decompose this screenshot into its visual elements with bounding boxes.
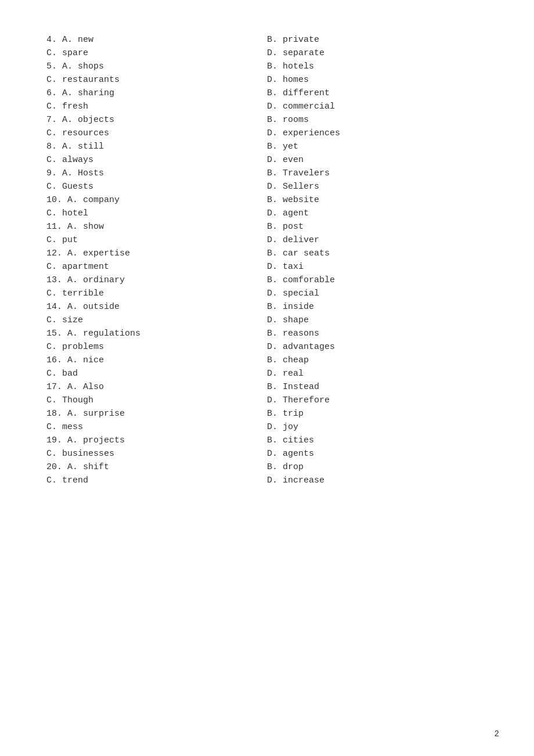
question-row-ab-11: 11. A. showB. post xyxy=(46,222,488,232)
question-row-cd-6: C. freshD. commercial xyxy=(46,102,488,111)
questions-container: 4. A. newB. privateC. spareD. separate5.… xyxy=(46,35,488,485)
question-row-ab-18: 18. A. surpriseB. trip xyxy=(46,409,488,419)
question-block-11: 11. A. showB. postC. putD. deliver xyxy=(46,222,488,245)
option-a-17: 17. A. Also xyxy=(46,382,267,392)
question-row-cd-4: C. spareD. separate xyxy=(46,48,488,58)
option-c-19: C. businesses xyxy=(46,449,267,459)
option-b-4: B. private xyxy=(267,35,488,45)
question-row-cd-5: C. restaurantsD. homes xyxy=(46,75,488,85)
question-row-ab-20: 20. A. shiftB. drop xyxy=(46,462,488,472)
question-block-19: 19. A. projectsB. citiesC. businessesD. … xyxy=(46,435,488,459)
option-a-6: 6. A. sharing xyxy=(46,88,267,98)
option-b-8: B. yet xyxy=(267,142,488,152)
option-b-9: B. Travelers xyxy=(267,168,488,178)
question-row-cd-10: C. hotelD. agent xyxy=(46,208,488,218)
question-row-ab-16: 16. A. niceB. cheap xyxy=(46,355,488,365)
option-c-10: C. hotel xyxy=(46,208,267,218)
question-row-ab-8: 8. A. stillB. yet xyxy=(46,142,488,152)
option-a-20: 20. A. shift xyxy=(46,462,267,472)
option-a-10: 10. A. company xyxy=(46,195,267,205)
question-row-cd-20: C. trendD. increase xyxy=(46,476,488,485)
option-b-11: B. post xyxy=(267,222,488,232)
question-row-cd-16: C. badD. real xyxy=(46,369,488,379)
option-c-6: C. fresh xyxy=(46,102,267,111)
option-a-16: 16. A. nice xyxy=(46,355,267,365)
option-d-12: D. taxi xyxy=(267,262,488,272)
question-block-16: 16. A. niceB. cheapC. badD. real xyxy=(46,355,488,379)
question-row-cd-18: C. messD. joy xyxy=(46,422,488,432)
question-block-10: 10. A. companyB. websiteC. hotelD. agent xyxy=(46,195,488,218)
question-block-17: 17. A. AlsoB. InsteadC. ThoughD. Therefo… xyxy=(46,382,488,405)
option-c-16: C. bad xyxy=(46,369,267,379)
option-b-14: B. inside xyxy=(267,302,488,312)
question-block-6: 6. A. sharingB. differentC. freshD. comm… xyxy=(46,88,488,111)
option-d-8: D. even xyxy=(267,155,488,165)
question-block-14: 14. A. outsideB. insideC. sizeD. shape xyxy=(46,302,488,325)
option-d-14: D. shape xyxy=(267,315,488,325)
question-row-cd-7: C. resourcesD. experiences xyxy=(46,128,488,138)
option-a-5: 5. A. shops xyxy=(46,62,267,71)
question-row-ab-14: 14. A. outsideB. inside xyxy=(46,302,488,312)
option-b-7: B. rooms xyxy=(267,115,488,125)
question-row-cd-12: C. apartmentD. taxi xyxy=(46,262,488,272)
option-a-18: 18. A. surprise xyxy=(46,409,267,419)
question-row-ab-10: 10. A. companyB. website xyxy=(46,195,488,205)
option-c-8: C. always xyxy=(46,155,267,165)
option-d-7: D. experiences xyxy=(267,128,488,138)
question-row-ab-7: 7. A. objectsB. rooms xyxy=(46,115,488,125)
option-b-20: B. drop xyxy=(267,462,488,472)
option-b-18: B. trip xyxy=(267,409,488,419)
question-block-9: 9. A. HostsB. TravelersC. GuestsD. Selle… xyxy=(46,168,488,192)
option-c-17: C. Though xyxy=(46,395,267,405)
option-b-17: B. Instead xyxy=(267,382,488,392)
option-d-15: D. advantages xyxy=(267,342,488,352)
option-a-4: 4. A. new xyxy=(46,35,267,45)
question-row-cd-19: C. businessesD. agents xyxy=(46,449,488,459)
option-b-13: B. comforable xyxy=(267,275,488,285)
question-row-cd-14: C. sizeD. shape xyxy=(46,315,488,325)
option-b-10: B. website xyxy=(267,195,488,205)
question-row-ab-15: 15. A. regulationsB. reasons xyxy=(46,329,488,339)
option-c-13: C. terrible xyxy=(46,289,267,298)
question-row-cd-17: C. ThoughD. Therefore xyxy=(46,395,488,405)
question-row-cd-8: C. alwaysD. even xyxy=(46,155,488,165)
option-a-11: 11. A. show xyxy=(46,222,267,232)
option-b-19: B. cities xyxy=(267,435,488,445)
option-d-18: D. joy xyxy=(267,422,488,432)
question-block-7: 7. A. objectsB. roomsC. resourcesD. expe… xyxy=(46,115,488,138)
option-c-9: C. Guests xyxy=(46,182,267,192)
option-c-5: C. restaurants xyxy=(46,75,267,85)
question-row-cd-15: C. problemsD. advantages xyxy=(46,342,488,352)
question-row-ab-17: 17. A. AlsoB. Instead xyxy=(46,382,488,392)
option-d-20: D. increase xyxy=(267,476,488,485)
question-block-12: 12. A. expertiseB. car seatsC. apartment… xyxy=(46,249,488,272)
option-d-17: D. Therefore xyxy=(267,395,488,405)
question-block-20: 20. A. shiftB. dropC. trendD. increase xyxy=(46,462,488,485)
option-c-11: C. put xyxy=(46,235,267,245)
option-d-5: D. homes xyxy=(267,75,488,85)
option-d-11: D. deliver xyxy=(267,235,488,245)
option-a-14: 14. A. outside xyxy=(46,302,267,312)
option-a-8: 8. A. still xyxy=(46,142,267,152)
question-block-4: 4. A. newB. privateC. spareD. separate xyxy=(46,35,488,58)
option-b-15: B. reasons xyxy=(267,329,488,339)
option-a-13: 13. A. ordinary xyxy=(46,275,267,285)
option-b-16: B. cheap xyxy=(267,355,488,365)
option-c-7: C. resources xyxy=(46,128,267,138)
option-d-4: D. separate xyxy=(267,48,488,58)
option-a-19: 19. A. projects xyxy=(46,435,267,445)
question-row-ab-12: 12. A. expertiseB. car seats xyxy=(46,249,488,258)
option-b-6: B. different xyxy=(267,88,488,98)
question-row-ab-5: 5. A. shopsB. hotels xyxy=(46,62,488,71)
question-block-13: 13. A. ordinaryB. comforableC. terribleD… xyxy=(46,275,488,298)
option-d-13: D. special xyxy=(267,289,488,298)
option-c-4: C. spare xyxy=(46,48,267,58)
question-row-ab-19: 19. A. projectsB. cities xyxy=(46,435,488,445)
question-row-ab-9: 9. A. HostsB. Travelers xyxy=(46,168,488,178)
option-b-12: B. car seats xyxy=(267,249,488,258)
option-d-10: D. agent xyxy=(267,208,488,218)
question-row-ab-6: 6. A. sharingB. different xyxy=(46,88,488,98)
question-row-cd-13: C. terribleD. special xyxy=(46,289,488,298)
option-c-12: C. apartment xyxy=(46,262,267,272)
question-row-ab-13: 13. A. ordinaryB. comforable xyxy=(46,275,488,285)
